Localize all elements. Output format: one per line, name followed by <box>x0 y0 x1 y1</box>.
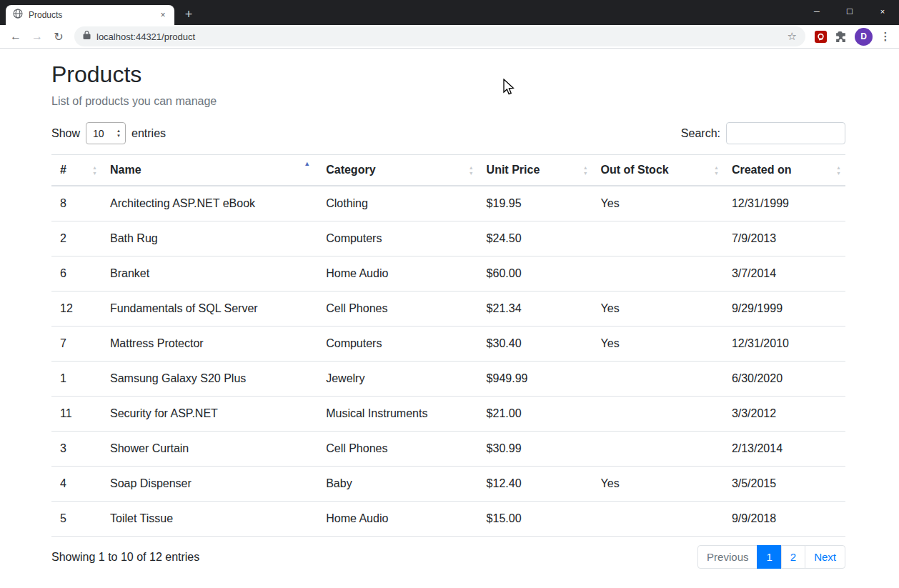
sort-down-icon: ▼ <box>836 171 841 176</box>
page-title: Products <box>51 61 845 88</box>
forward-button[interactable]: → <box>27 26 47 46</box>
lock-icon[interactable] <box>83 30 91 43</box>
sort-down-icon: ▼ <box>583 171 588 176</box>
cell-number: 5 <box>51 502 101 537</box>
search-label: Search: <box>681 127 720 140</box>
table-row: 1 Samsung Galaxy S20 Plus Jewelry $949.9… <box>51 362 845 397</box>
cell-category: Cell Phones <box>317 291 477 327</box>
cell-out-of-stock <box>592 256 723 291</box>
cell-created-on: 2/13/2014 <box>723 432 845 467</box>
column-label: # <box>60 164 66 176</box>
cell-unit-price: $30.99 <box>478 432 592 467</box>
extensions-puzzle-icon[interactable] <box>831 27 850 46</box>
profile-avatar[interactable]: D <box>855 28 873 46</box>
tab-close-icon[interactable]: × <box>157 9 169 21</box>
pagination-next[interactable]: Next <box>805 545 845 569</box>
pagination-page-2[interactable]: 2 <box>781 545 805 569</box>
column-header-category[interactable]: Category ▲▼ <box>317 155 477 186</box>
cell-number: 1 <box>51 362 101 397</box>
cell-name: Shower Curtain <box>101 432 317 467</box>
cell-category: Jewelry <box>317 362 477 397</box>
browser-tab[interactable]: Products × <box>6 5 174 25</box>
new-tab-button[interactable]: + <box>179 4 199 24</box>
window-controls: ─ □ × <box>800 0 899 22</box>
showing-info: Showing 1 to 10 of 12 entries <box>51 551 199 564</box>
pagination-page-1[interactable]: 1 <box>757 545 781 569</box>
cell-category: Clothing <box>317 186 477 221</box>
sort-icons: ▲▼ <box>714 165 719 176</box>
table-row: 5 Toilet Tissue Home Audio $15.00 9/9/20… <box>51 502 845 537</box>
pdf-extension-icon[interactable] <box>811 27 830 46</box>
column-header-created-on[interactable]: Created on ▲▼ <box>723 155 845 186</box>
back-button[interactable]: ← <box>6 26 26 46</box>
tab-favicon-icon <box>13 9 23 21</box>
cell-category: Musical Instruments <box>317 397 477 432</box>
cell-name: Samsung Galaxy S20 Plus <box>101 362 317 397</box>
pagination: Previous 1 2 Next <box>697 545 845 569</box>
cell-category: Cell Phones <box>317 432 477 467</box>
products-table: # ▲▼ Name ▲ Category ▲▼ Unit Price ▲▼ Ou… <box>51 154 845 537</box>
tab-title: Products <box>29 10 152 20</box>
column-label: Name <box>110 164 141 176</box>
sort-up-icon: ▲ <box>714 165 719 170</box>
cell-name: Architecting ASP.NET eBook <box>101 186 317 221</box>
cell-number: 11 <box>51 397 101 432</box>
window-maximize-button[interactable]: □ <box>833 0 866 22</box>
cell-category: Home Audio <box>317 502 477 537</box>
cell-category: Home Audio <box>317 256 477 291</box>
page-size-select[interactable]: 10 ▲▼ <box>86 122 126 144</box>
cell-created-on: 9/29/1999 <box>723 291 845 327</box>
cell-unit-price: $12.40 <box>478 467 592 502</box>
cell-out-of-stock <box>592 221 723 256</box>
cell-out-of-stock: Yes <box>592 467 723 502</box>
cell-unit-price: $24.50 <box>478 221 592 256</box>
cell-out-of-stock <box>592 432 723 467</box>
cell-out-of-stock: Yes <box>592 186 723 221</box>
window-close-button[interactable]: × <box>866 0 899 22</box>
browser-menu-icon[interactable]: ⋮ <box>878 30 893 43</box>
cell-out-of-stock <box>592 502 723 537</box>
table-row: 12 Fundamentals of SQL Server Cell Phone… <box>51 291 845 327</box>
cell-category: Computers <box>317 327 477 362</box>
cell-created-on: 12/31/1999 <box>723 186 845 221</box>
bookmark-star-icon[interactable]: ☆ <box>788 30 797 43</box>
page-content: Products List of products you can manage… <box>0 49 899 569</box>
cell-name: Security for ASP.NET <box>101 397 317 432</box>
cell-number: 6 <box>51 256 101 291</box>
cell-unit-price: $949.99 <box>478 362 592 397</box>
length-control: Show 10 ▲▼ entries <box>51 122 166 144</box>
column-header-number[interactable]: # ▲▼ <box>51 155 101 186</box>
table-row: 7 Mattress Protector Computers $30.40 Ye… <box>51 327 845 362</box>
cell-category: Baby <box>317 467 477 502</box>
cell-unit-price: $15.00 <box>478 502 592 537</box>
sort-down-icon: ▼ <box>714 171 719 176</box>
cell-unit-price: $30.40 <box>478 327 592 362</box>
column-header-out-of-stock[interactable]: Out of Stock ▲▼ <box>592 155 723 186</box>
table-header: # ▲▼ Name ▲ Category ▲▼ Unit Price ▲▼ Ou… <box>51 155 845 186</box>
sort-down-icon: ▼ <box>469 171 474 176</box>
cell-number: 8 <box>51 186 101 221</box>
address-bar[interactable]: localhost:44321/product ☆ <box>74 26 805 46</box>
url-text: localhost:44321/product <box>96 31 195 42</box>
sort-icons: ▲▼ <box>92 165 97 176</box>
column-label: Category <box>326 164 375 176</box>
search-input[interactable] <box>726 122 845 144</box>
column-header-unit-price[interactable]: Unit Price ▲▼ <box>478 155 592 186</box>
cell-name: Mattress Protector <box>101 327 317 362</box>
select-arrows-icon: ▲▼ <box>116 129 121 138</box>
cell-created-on: 12/31/2010 <box>723 327 845 362</box>
cell-created-on: 3/5/2015 <box>723 467 845 502</box>
table-body: 8 Architecting ASP.NET eBook Clothing $1… <box>51 186 845 537</box>
cell-created-on: 9/9/2018 <box>723 502 845 537</box>
cell-name: Bath Rug <box>101 221 317 256</box>
column-header-name[interactable]: Name ▲ <box>101 155 317 186</box>
show-label: Show <box>51 127 80 140</box>
cell-out-of-stock <box>592 397 723 432</box>
cell-created-on: 3/7/2014 <box>723 256 845 291</box>
pagination-previous[interactable]: Previous <box>697 545 758 569</box>
table-row: 3 Shower Curtain Cell Phones $30.99 2/13… <box>51 432 845 467</box>
table-controls: Show 10 ▲▼ entries Search: <box>51 122 845 144</box>
table-row: 11 Security for ASP.NET Musical Instrume… <box>51 397 845 432</box>
window-minimize-button[interactable]: ─ <box>800 0 833 22</box>
refresh-button[interactable]: ↻ <box>49 26 69 46</box>
